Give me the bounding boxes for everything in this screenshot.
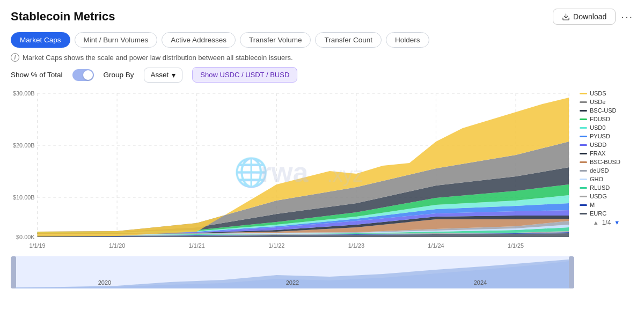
legend-color-m	[580, 204, 587, 206]
svg-text:.xyz: .xyz	[327, 164, 363, 186]
show-usdc-button[interactable]: Show USDC / USDT / BUSD	[192, 67, 297, 83]
legend-item-usdd: USDD	[580, 142, 633, 148]
chevron-down-icon: ▾	[172, 71, 175, 79]
legend-color-usd0	[580, 127, 587, 129]
legend-label-usdd: USDD	[590, 142, 606, 148]
show-pct-toggle[interactable]	[72, 69, 94, 81]
svg-text:$20.00B: $20.00B	[13, 142, 35, 149]
group-by-label: Group By	[104, 71, 134, 79]
minimap-handle-left[interactable]	[11, 256, 16, 288]
legend-color-bsc-usd	[580, 110, 587, 112]
legend-label-m: M	[590, 202, 595, 208]
legend-item-bsc-usd: BSC-USD	[580, 107, 633, 114]
legend-item-eurc: EURC	[580, 210, 633, 217]
tab-market-caps[interactable]: Market Caps	[11, 32, 70, 48]
legend-color-rlusd	[580, 187, 587, 189]
legend-next-button[interactable]: ▼	[614, 219, 620, 226]
svg-text:1/1/23: 1/1/23	[348, 242, 364, 249]
info-icon: i	[11, 53, 19, 62]
legend-color-gho	[580, 179, 587, 180]
svg-text:1/1/22: 1/1/22	[268, 242, 284, 249]
legend-item-usd0: USD0	[580, 124, 633, 131]
group-by-select[interactable]: Asset ▾	[144, 68, 183, 83]
legend-color-fdusd	[580, 118, 587, 120]
tab-bar: Market CapsMint / Burn VolumesActive Add…	[11, 32, 633, 48]
legend-color-eurc	[580, 213, 587, 214]
download-icon	[562, 13, 570, 21]
legend-item-usde: USDe	[580, 99, 633, 105]
legend-color-deusd	[580, 170, 587, 172]
svg-text:1/1/20: 1/1/20	[109, 242, 125, 249]
legend-label-gho: GHO	[590, 176, 603, 182]
legend-color-usdg	[580, 196, 587, 197]
download-button[interactable]: Download	[553, 9, 616, 25]
legend-item-usds: USDS	[580, 90, 633, 97]
legend-item-fdusd: FDUSD	[580, 116, 633, 122]
legend-item-bsc-busd: BSC-BUSD	[580, 159, 633, 165]
svg-text:rwa: rwa	[261, 157, 309, 188]
legend-label-eurc: EURC	[590, 210, 606, 217]
tab-active-addresses[interactable]: Active Addresses	[162, 32, 236, 48]
svg-text:1/1/19: 1/1/19	[29, 242, 45, 249]
legend-label-deusd: deUSD	[590, 167, 609, 174]
legend-item-deusd: deUSD	[580, 167, 633, 174]
main-chart: $30.00B $20.00B $10.00B $0.00K	[11, 88, 574, 254]
legend-color-frax	[580, 153, 587, 154]
legend-label-fdusd: FDUSD	[590, 116, 610, 122]
tab-holders[interactable]: Holders	[386, 32, 429, 48]
legend-label-usdg: USDG	[590, 193, 607, 199]
legend-label-rlusd: RLUSD	[590, 184, 610, 191]
show-pct-label: Show % of Total	[11, 71, 63, 79]
svg-text:$0.00K: $0.00K	[16, 234, 35, 240]
legend-color-usds	[580, 93, 587, 94]
group-by-value: Asset	[151, 71, 169, 79]
info-text: Market Caps shows the scale and power la…	[23, 54, 293, 62]
legend-label-frax: FRAX	[590, 150, 605, 157]
chart-legend: USDSUSDeBSC-USDFDUSDUSD0PYUSDUSDDFRAXBSC…	[574, 88, 633, 288]
legend-item-frax: FRAX	[580, 150, 633, 157]
more-options-button[interactable]: ···	[621, 11, 633, 23]
legend-color-pyusd	[580, 136, 587, 137]
legend-pagination: ▲ 1/4 ▼	[580, 219, 633, 226]
page-indicator: 1/4	[602, 219, 611, 226]
legend-label-usd0: USD0	[590, 124, 605, 131]
legend-label-usds: USDS	[590, 90, 606, 97]
svg-marker-43	[11, 261, 574, 288]
legend-item-usdg: USDG	[580, 193, 633, 199]
legend-label-bsc-usd: BSC-USD	[590, 107, 617, 114]
svg-text:1/1/25: 1/1/25	[508, 242, 524, 249]
legend-label-bsc-busd: BSC-BUSD	[590, 159, 620, 165]
minimap-handle-right[interactable]	[569, 256, 574, 288]
legend-label-pyusd: PYUSD	[590, 133, 610, 139]
legend-color-bsc-busd	[580, 161, 587, 163]
tab-mint-burn[interactable]: Mint / Burn Volumes	[75, 32, 158, 48]
svg-text:$30.00B: $30.00B	[13, 90, 35, 97]
svg-text:1/1/21: 1/1/21	[189, 242, 205, 249]
svg-text:1/1/24: 1/1/24	[428, 242, 444, 249]
legend-item-rlusd: RLUSD	[580, 184, 633, 191]
tab-transfer-volume[interactable]: Transfer Volume	[240, 32, 311, 48]
legend-item-m: M	[580, 202, 633, 208]
legend-color-usde	[580, 101, 587, 103]
svg-text:$10.00B: $10.00B	[13, 194, 35, 201]
tab-transfer-count[interactable]: Transfer Count	[315, 32, 382, 48]
legend-label-usde: USDe	[590, 99, 605, 105]
page-title: Stablecoin Metrics	[11, 10, 115, 24]
minimap[interactable]: 2020 2022 2024	[11, 256, 574, 288]
legend-item-gho: GHO	[580, 176, 633, 182]
legend-color-usdd	[580, 144, 587, 146]
legend-item-pyusd: PYUSD	[580, 133, 633, 139]
legend-prev-button[interactable]: ▲	[593, 219, 599, 226]
